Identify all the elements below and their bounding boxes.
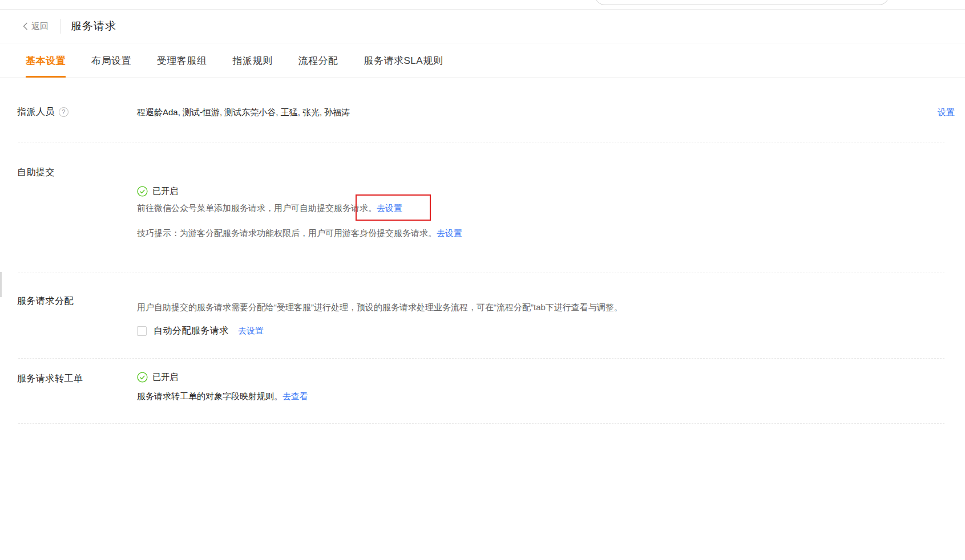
page-header: 返回 服务请求	[0, 10, 965, 43]
section-divider	[18, 143, 944, 143]
page-title: 服务请求	[71, 19, 116, 34]
guest-setup-link[interactable]: 去设置	[437, 228, 462, 238]
self-service-desc-row: 前往微信公众号菜单添加服务请求，用户可自助提交服务请求。去设置	[137, 203, 402, 214]
mapping-view-link[interactable]: 去查看	[282, 391, 308, 401]
distribution-desc: 用户自助提交的服务请求需要分配给“受理客服”进行处理，预设的服务请求处理业务流程…	[137, 302, 623, 313]
check-circle-icon	[137, 372, 148, 383]
self-service-label-text: 自助提交	[17, 167, 55, 178]
to-ticket-status: 已开启	[137, 372, 178, 383]
auto-assign-setup-link[interactable]: 去设置	[238, 326, 264, 336]
header-divider	[60, 19, 60, 34]
check-circle-icon	[137, 186, 148, 197]
tab-bar: 基本设置 布局设置 受理客服组 指派规则 流程分配 服务请求SLA规则	[0, 43, 965, 78]
left-scrollbar-thumb[interactable]	[0, 272, 2, 297]
self-service-tip: 技巧提示：为游客分配服务请求功能权限后，用户可用游客身份提交服务请求。	[137, 228, 437, 238]
tab-sla-rules[interactable]: 服务请求SLA规则	[364, 43, 443, 78]
back-button[interactable]: 返回	[23, 21, 49, 32]
tab-layout-settings[interactable]: 布局设置	[91, 43, 131, 78]
back-label: 返回	[31, 21, 49, 32]
to-ticket-desc-row: 服务请求转工单的对象字段映射规则。去查看	[137, 391, 308, 402]
tab-basic-settings[interactable]: 基本设置	[26, 43, 66, 78]
self-service-setup-link[interactable]: 去设置	[377, 203, 402, 213]
tab-flow-distribution[interactable]: 流程分配	[298, 43, 338, 78]
auto-assign-checkbox[interactable]	[137, 326, 147, 336]
distribution-checkbox-row: 自动分配服务请求 去设置	[137, 325, 264, 337]
section-divider	[18, 358, 944, 359]
section-divider	[18, 423, 944, 424]
section-divider	[18, 273, 944, 273]
chevron-left-icon	[23, 22, 28, 30]
assignee-label-text: 指派人员	[17, 106, 55, 118]
to-ticket-section-label: 服务请求转工单	[17, 373, 83, 385]
assignee-section-label: 指派人员 ?	[17, 106, 68, 118]
tab-assign-rules[interactable]: 指派规则	[233, 43, 273, 78]
distribution-section-label: 服务请求分配	[17, 295, 74, 307]
self-service-section-label: 自助提交	[17, 167, 55, 178]
status-text: 已开启	[152, 186, 178, 197]
search-input-remnant[interactable]	[595, 0, 889, 5]
assignee-value: 程遐龄Ada, 测试-恒游, 测试东莞小谷, 王猛, 张光, 孙福涛	[137, 107, 350, 118]
self-service-status: 已开启	[137, 186, 178, 197]
self-service-tip-row: 技巧提示：为游客分配服务请求功能权限后，用户可用游客身份提交服务请求。去设置	[137, 228, 462, 239]
distribution-label-text: 服务请求分配	[17, 295, 74, 307]
tab-service-group[interactable]: 受理客服组	[157, 43, 207, 78]
to-ticket-desc: 服务请求转工单的对象字段映射规则。	[137, 391, 282, 401]
help-icon[interactable]: ?	[59, 107, 68, 117]
status-text: 已开启	[152, 372, 178, 383]
auto-assign-label: 自动分配服务请求	[154, 325, 229, 337]
to-ticket-label-text: 服务请求转工单	[17, 373, 83, 385]
assignee-settings-link[interactable]: 设置	[938, 107, 955, 118]
self-service-desc: 前往微信公众号菜单添加服务请求，用户可自助提交服务请求。	[137, 203, 377, 213]
